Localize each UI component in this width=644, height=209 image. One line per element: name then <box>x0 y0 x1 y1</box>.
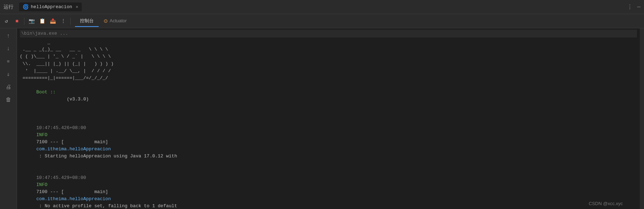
tab-icon: 🌀 <box>23 4 29 10</box>
print-button[interactable]: 🖨 <box>3 81 14 93</box>
log-level-2: INFO <box>36 182 50 187</box>
tab-strip: 控制台 ⊙ Actuator <box>75 16 132 27</box>
log-msg-1: : Starting helloAppreacion using Java 17… <box>36 153 177 159</box>
copy-button[interactable]: 📋 <box>37 16 47 26</box>
screenshot-button[interactable]: 📷 <box>27 16 36 26</box>
delete-button[interactable]: 🗑 <box>3 94 14 105</box>
stop-button[interactable]: ■ <box>12 16 22 26</box>
more-icon[interactable]: ⋮ <box>627 4 633 11</box>
ascii-art-2: .__ _ _(_)_ __ __ _ \ \ \ \ <box>20 46 637 53</box>
actuator-tab-label: Actuator <box>110 18 127 23</box>
main-layout: ↑ ↓ ≡ ⇓ 🖨 🗑 \bin\java.exe ... _ .__ _ _(… <box>0 28 644 209</box>
toolbar-separator-2 <box>70 18 71 25</box>
filter-button[interactable]: ≡ <box>3 56 14 67</box>
empty-line-1 <box>20 110 637 117</box>
right-scrollbar[interactable] <box>640 28 644 209</box>
ascii-art-1: _ <box>20 39 637 46</box>
log-class-1: com.itheima.helloAppreacion <box>36 146 139 152</box>
minimize-icon[interactable]: — <box>637 4 640 10</box>
download-button[interactable]: ⇓ <box>3 69 14 80</box>
refresh-button[interactable]: ↺ <box>1 16 11 26</box>
title-bar: 运行 🌀 helloAppreacion ✕ ⋮ — <box>0 0 644 14</box>
run-label: 运行 <box>4 4 13 10</box>
tab-name: helloAppreacion <box>31 4 72 10</box>
ascii-art-5: ' |____ | .__/ \__, | / / / / <box>20 68 637 75</box>
tab-close-button[interactable]: ✕ <box>76 4 78 10</box>
left-sidebar: ↑ ↓ ≡ ⇓ 🖨 🗑 <box>0 28 17 209</box>
ascii-art-6: =========|_|======|___/=/_/_/_/ <box>20 75 637 82</box>
scroll-down-button[interactable]: ↓ <box>3 43 14 54</box>
title-bar-right: ⋮ — <box>627 4 640 11</box>
cmd-line: \bin\java.exe ... <box>20 30 637 37</box>
toolbar: ↺ ■ 📷 📋 📤 ⋮ 控制台 ⊙ Actuator <box>0 14 644 28</box>
scroll-up-button[interactable]: ↑ <box>3 30 14 42</box>
log-class-2: com.itheima.helloAppreacion <box>36 196 139 202</box>
log-pid-2: 7100 --- [ main] <box>36 189 111 195</box>
actuator-tab[interactable]: ⊙ Actuator <box>99 16 132 27</box>
ascii-art-4: \\. ___|| |_) || (_| | ) ) ) ) <box>20 60 637 68</box>
log-line-1: 10:47:45.426+08:00 INFO 7100 --- [ main]… <box>20 117 637 167</box>
boot-version-line: Boot :: (v3.3.0) <box>20 82 637 110</box>
actuator-icon: ⊙ <box>104 18 108 24</box>
console-tab[interactable]: 控制台 <box>75 16 99 27</box>
more-options-button[interactable]: ⋮ <box>58 16 68 26</box>
upload-button[interactable]: 📤 <box>48 16 58 26</box>
log-level-1: INFO <box>36 132 50 138</box>
log-line-2: 10:47:45.429+08:00 INFO 7100 --- [ main]… <box>20 167 637 209</box>
toolbar-separator <box>24 18 24 25</box>
ascii-art-3: ( ( )\___ | '_ \ / _` | \ \ \ \ <box>20 53 637 60</box>
boot-label: Boot :: <box>36 89 58 95</box>
log-timestamp-1: 10:47:45.426+08:00 <box>36 125 92 130</box>
boot-version: (v3.3.0) <box>36 97 89 102</box>
log-pid-1: 7100 --- [ main] <box>36 139 111 145</box>
console-output[interactable]: \bin\java.exe ... _ .__ _ _(_)_ __ __ _ … <box>17 28 640 209</box>
log-msg-2: : No active profile set, falling back to… <box>36 203 177 209</box>
title-tab[interactable]: 🌀 helloAppreacion ✕ <box>19 2 82 11</box>
log-timestamp-2: 10:47:45.429+08:00 <box>36 175 92 180</box>
